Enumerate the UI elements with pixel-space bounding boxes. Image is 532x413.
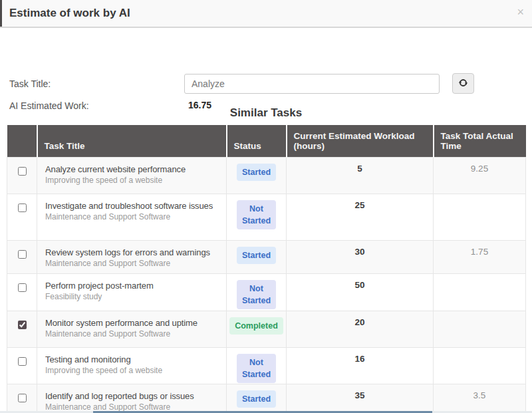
table-row: Perform project post-martem Feasibility …	[7, 273, 526, 311]
status-cell: Started	[227, 384, 287, 413]
task-subtitle-text: Improving the speed of a website	[45, 366, 222, 376]
actual-time-value	[434, 347, 526, 384]
task-title-text: Review system logs for errors and warnin…	[45, 247, 222, 259]
row-checkbox-cell	[7, 384, 37, 413]
table-row: Identify and log reported bugs or issues…	[7, 384, 526, 413]
page-edge-decoration	[0, 0, 2, 27]
workload-value: 5	[287, 157, 434, 194]
workload-value: 35	[287, 384, 434, 413]
row-checkbox[interactable]	[18, 321, 27, 329]
ai-estimated-value: 16.75	[188, 100, 211, 110]
page-title: Estimate of work by AI	[0, 0, 532, 20]
actual-time-value: 3.5	[434, 384, 526, 413]
status-cell: Not Started	[227, 347, 287, 384]
actual-time-value: 1.75	[434, 240, 526, 273]
row-checkbox[interactable]	[18, 204, 27, 212]
actual-time-value	[434, 194, 526, 240]
task-title-text: Testing and monitoring	[45, 354, 222, 366]
similar-tasks-table: Task Title Status Current Estimated Work…	[7, 125, 526, 413]
row-checkbox[interactable]	[18, 394, 27, 402]
workload-value: 30	[287, 240, 434, 273]
task-title-cell: Investigate and troubleshoot software is…	[37, 194, 227, 240]
actual-time-value: 9.25	[434, 157, 526, 194]
modal-header: Estimate of work by AI ×	[0, 0, 532, 28]
row-checkbox-cell	[7, 157, 37, 194]
task-title-text: Monitor system performance and uptime	[45, 317, 222, 329]
row-checkbox[interactable]	[18, 250, 27, 259]
actual-time-value	[434, 273, 526, 311]
table-row: Analyze current website performance Impr…	[7, 157, 526, 194]
status-cell: Not Started	[227, 273, 287, 311]
workload-value: 20	[287, 311, 434, 347]
row-checkbox[interactable]	[18, 283, 27, 292]
task-title-cell: Analyze current website performance Impr…	[37, 157, 227, 194]
status-cell: Started	[227, 240, 287, 273]
task-title-text: Investigate and troubleshoot software is…	[45, 200, 222, 212]
task-subtitle-text: Feasibility study	[45, 292, 222, 303]
row-checkbox-cell	[7, 240, 37, 273]
task-subtitle-text: Improving the speed of a website	[45, 176, 222, 186]
task-title-input[interactable]	[184, 74, 440, 94]
table-row: Review system logs for errors and warnin…	[7, 240, 526, 273]
task-title-cell: Identify and log reported bugs or issues…	[37, 384, 227, 413]
row-checkbox[interactable]	[18, 167, 27, 176]
table-header-row: Task Title Status Current Estimated Work…	[7, 125, 526, 157]
task-title-cell: Monitor system performance and uptime Ma…	[37, 311, 227, 347]
status-badge: Not Started	[237, 200, 276, 229]
column-header-task-title: Task Title	[37, 125, 227, 157]
task-title-text: Perform project post-martem	[45, 280, 222, 292]
status-badge: Not Started	[237, 354, 276, 383]
row-checkbox-cell	[7, 311, 37, 347]
estimate-modal: Estimate of work by AI × Task Title: AI …	[0, 0, 532, 413]
task-title-cell: Review system logs for errors and warnin…	[37, 240, 227, 273]
workload-value: 50	[287, 273, 434, 311]
task-subtitle-text: Maintenance and Support Software	[45, 259, 222, 269]
task-subtitle-text: Maintenance and Support Software	[45, 329, 222, 340]
status-badge: Started	[237, 247, 276, 264]
refresh-icon	[458, 78, 468, 90]
row-checkbox-cell	[7, 194, 37, 240]
task-title-cell: Testing and monitoring Improving the spe…	[37, 347, 227, 384]
column-header-checkbox	[7, 125, 37, 157]
table-row: Testing and monitoring Improving the spe…	[7, 347, 526, 384]
workload-value: 25	[287, 194, 434, 240]
workload-value: 16	[287, 347, 434, 384]
task-subtitle-text: Maintenance and Support Software	[45, 212, 222, 223]
actual-time-value	[434, 311, 526, 347]
status-cell: Not Started	[227, 194, 287, 240]
task-title-text: Analyze current website performance	[45, 164, 222, 176]
column-header-status: Status	[227, 125, 287, 157]
status-badge: Started	[237, 390, 276, 408]
task-title-text: Identify and log reported bugs or issues	[45, 390, 222, 402]
close-icon[interactable]: ×	[517, 6, 524, 18]
status-cell: Started	[227, 157, 287, 194]
row-checkbox-cell	[7, 273, 37, 311]
table-body: Analyze current website performance Impr…	[7, 157, 526, 413]
column-header-workload: Current Estimated Workload (hours)	[287, 125, 434, 157]
status-badge: Started	[237, 164, 276, 181]
estimate-form: Task Title: AI Estimated Work: 16.75	[0, 28, 532, 106]
task-title-label: Task Title:	[9, 78, 51, 89]
table-row: Monitor system performance and uptime Ma…	[7, 311, 526, 347]
status-badge: Completed	[229, 317, 283, 335]
table-row: Investigate and troubleshoot software is…	[7, 194, 526, 240]
refresh-button[interactable]	[452, 73, 474, 94]
row-checkbox-cell	[7, 347, 37, 384]
status-badge: Not Started	[237, 280, 276, 309]
task-title-cell: Perform project post-martem Feasibility …	[37, 273, 227, 311]
status-cell: Completed	[227, 311, 287, 347]
column-header-actual-time: Task Total Actual Time	[434, 125, 526, 157]
ai-estimated-label: AI Estimated Work:	[9, 100, 89, 111]
row-checkbox[interactable]	[18, 357, 27, 366]
